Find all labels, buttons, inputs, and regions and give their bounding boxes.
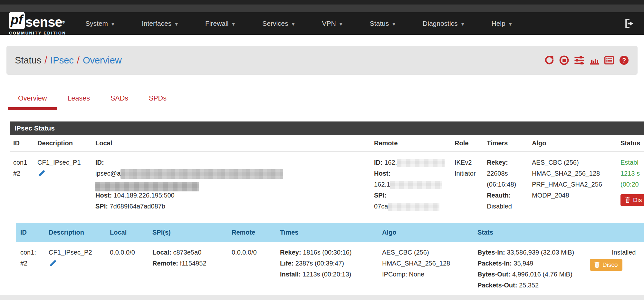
nav-item-firewall[interactable]: Firewall▼ bbox=[205, 20, 236, 27]
breadcrumb-link-ipsec[interactable]: IPsec bbox=[50, 55, 74, 65]
svg-text:?: ? bbox=[622, 57, 626, 64]
col-algo: Algo bbox=[529, 135, 617, 152]
child-status-cell: Installed Disco bbox=[585, 242, 644, 297]
nav-item-diagnostics[interactable]: Diagnostics▼ bbox=[423, 20, 465, 27]
logo-sense-text: sense® bbox=[25, 15, 65, 29]
chevron-down-icon: ▼ bbox=[460, 21, 465, 27]
chevron-down-icon: ▼ bbox=[508, 21, 513, 27]
edit-pencil-icon[interactable] bbox=[37, 169, 46, 178]
help-icon[interactable]: ? bbox=[619, 55, 629, 65]
window-title-strip bbox=[0, 5, 644, 12]
col-id: ID bbox=[10, 135, 34, 152]
nav-menu: System▼ Interfaces▼ Firewall▼ Services▼ … bbox=[85, 20, 539, 27]
disconnect-button[interactable]: Dis bbox=[620, 194, 644, 206]
disconnect-button[interactable]: Disco bbox=[590, 259, 622, 271]
redacted-text bbox=[388, 203, 439, 211]
status-text: Establ 1213 s (00:20 bbox=[620, 157, 644, 190]
col-stats: Stats bbox=[473, 223, 585, 242]
refresh-icon[interactable] bbox=[544, 55, 554, 65]
child-times-cell: Rekey: 1816s (00:30:16) Life: 2387s (00:… bbox=[275, 242, 378, 297]
ike-local-cell: ID: ipsec@a Host: 104.189.226.195:500 SP… bbox=[92, 152, 371, 219]
col-status: Status bbox=[617, 135, 644, 152]
chevron-down-icon: ▼ bbox=[339, 21, 343, 27]
col-local: Local bbox=[105, 223, 148, 242]
chevron-down-icon: ▼ bbox=[391, 21, 396, 27]
bar-chart-icon[interactable] bbox=[589, 55, 600, 65]
ike-status-cell: Establ 1213 s (00:20 Dis bbox=[617, 152, 644, 219]
col-role: Role bbox=[451, 135, 484, 152]
tab-spds[interactable]: SPDs bbox=[139, 90, 177, 110]
trash-icon bbox=[625, 197, 630, 203]
nav-item-services[interactable]: Services▼ bbox=[262, 20, 295, 27]
breadcrumb-root: Status bbox=[15, 55, 41, 65]
page-action-icons: ? bbox=[544, 55, 629, 65]
col-local: Local bbox=[92, 135, 371, 152]
table-row: con1: #2 CF1_IPsec_P2 0.0.0.0/0 Local: c… bbox=[16, 242, 644, 297]
child-description-cell: CF1_IPsec_P2 bbox=[44, 242, 105, 297]
redacted-text bbox=[397, 159, 445, 167]
ike-sa-table: ID Description Local Remote Role Timers … bbox=[10, 135, 644, 296]
redacted-text bbox=[95, 182, 199, 191]
ike-description-cell: CF1_IPsec_P1 bbox=[34, 152, 92, 219]
tab-sads[interactable]: SADs bbox=[100, 90, 139, 110]
redacted-text bbox=[390, 181, 442, 189]
child-local-cell: 0.0.0.0/0 bbox=[105, 242, 148, 297]
chevron-down-icon: ▼ bbox=[174, 21, 179, 27]
col-algo: Algo bbox=[378, 223, 473, 242]
panel-title: IPsec Status bbox=[10, 121, 644, 135]
window-top-strip bbox=[0, 0, 644, 5]
child-stats-cell: Bytes-In: 33,586,939 (32.03 MiB) Packets… bbox=[473, 242, 585, 297]
child-header-row: ID Description Local SPI(s) Remote Times… bbox=[16, 223, 644, 242]
col-actions bbox=[585, 223, 644, 242]
sign-out-icon[interactable] bbox=[624, 18, 635, 29]
breadcrumb-separator: / bbox=[41, 55, 50, 65]
child-algo-cell: AES_CBC (256) HMAC_SHA2_256_128 IPComp: … bbox=[378, 242, 473, 297]
page-footer-strip bbox=[0, 295, 644, 300]
breadcrumb: Status/IPsec/Overview bbox=[15, 55, 122, 66]
main-navbar: pf sense® COMMUNITY EDITION System▼ Inte… bbox=[0, 12, 644, 35]
stop-icon[interactable] bbox=[559, 55, 569, 65]
tab-overview[interactable]: Overview bbox=[8, 90, 57, 110]
trash-icon bbox=[594, 262, 600, 268]
breadcrumb-link-overview[interactable]: Overview bbox=[83, 55, 122, 65]
pfsense-logo[interactable]: pf sense® COMMUNITY EDITION bbox=[9, 12, 66, 35]
nav-item-vpn[interactable]: VPN▼ bbox=[322, 20, 343, 27]
child-sa-row: ID Description Local SPI(s) Remote Times… bbox=[10, 219, 644, 296]
table-header-row: ID Description Local Remote Role Timers … bbox=[10, 135, 644, 152]
logo-pf-box: pf bbox=[9, 12, 25, 29]
col-timers: Timers bbox=[484, 135, 529, 152]
status-text: Installed bbox=[612, 247, 644, 258]
child-sa-table: ID Description Local SPI(s) Remote Times… bbox=[16, 223, 644, 296]
logo-edition-text: COMMUNITY EDITION bbox=[9, 31, 66, 35]
breadcrumb-separator: / bbox=[74, 55, 83, 65]
ike-id-cell: con1 #2 bbox=[10, 152, 34, 219]
nav-item-help[interactable]: Help▼ bbox=[491, 20, 513, 27]
col-spis: SPI(s) bbox=[148, 223, 227, 242]
list-icon[interactable] bbox=[604, 55, 614, 65]
ike-timers-cell: Rekey: 22608s (06:16:48) Reauth: Disable… bbox=[484, 152, 529, 219]
ike-remote-cell: ID: 162. Host: 162.1 SPI: 07ca bbox=[371, 152, 451, 219]
ipsec-tabs: Overview Leases SADs SPDs bbox=[8, 90, 644, 110]
col-times: Times bbox=[275, 223, 378, 242]
nav-item-interfaces[interactable]: Interfaces▼ bbox=[142, 20, 179, 27]
child-sa-container: ID Description Local SPI(s) Remote Times… bbox=[10, 219, 644, 296]
nav-item-status[interactable]: Status▼ bbox=[370, 20, 396, 27]
col-id: ID bbox=[16, 223, 44, 242]
breadcrumb-bar: Status/IPsec/Overview ? bbox=[6, 46, 638, 75]
tab-leases[interactable]: Leases bbox=[57, 90, 100, 110]
chevron-down-icon: ▼ bbox=[111, 21, 115, 27]
table-row: con1 #2 CF1_IPsec_P1 ID: ipsec@a Host: 1… bbox=[10, 152, 644, 219]
col-description: Description bbox=[44, 223, 105, 242]
col-remote: Remote bbox=[227, 223, 275, 242]
child-spi-cell: Local: c873e5a0 Remote: f1154952 bbox=[148, 242, 227, 297]
child-remote-cell: 0.0.0.0/0 bbox=[227, 242, 275, 297]
ike-algo-cell: AES_CBC (256) HMAC_SHA2_256_128 PRF_HMAC… bbox=[529, 152, 617, 219]
chevron-down-icon: ▼ bbox=[291, 21, 296, 27]
ike-role-cell: IKEv2 Initiator bbox=[451, 152, 484, 219]
child-id-cell: con1: #2 bbox=[16, 242, 44, 297]
edit-pencil-icon[interactable] bbox=[49, 259, 57, 267]
chevron-down-icon: ▼ bbox=[231, 21, 236, 27]
ipsec-status-panel: IPsec Status ID Description Local Remote… bbox=[10, 121, 644, 297]
sliders-icon[interactable] bbox=[574, 55, 585, 65]
nav-item-system[interactable]: System▼ bbox=[85, 20, 115, 27]
